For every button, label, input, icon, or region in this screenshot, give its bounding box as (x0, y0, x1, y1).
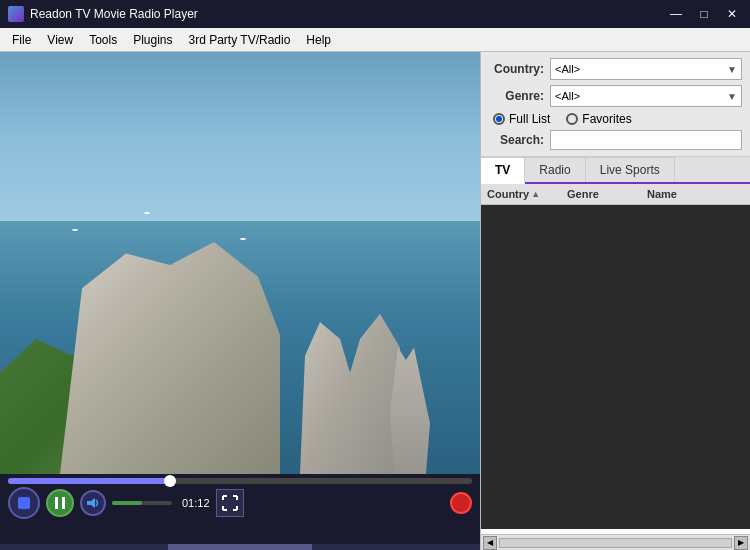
volume-track[interactable] (112, 501, 172, 505)
country-select-value: <All> (555, 63, 580, 75)
progress-area (8, 478, 472, 484)
scroll-right-arrow[interactable]: ▶ (734, 536, 748, 550)
fullscreen-button[interactable] (216, 489, 244, 517)
full-list-radio[interactable] (493, 113, 505, 125)
app-icon (8, 6, 24, 22)
pause-button[interactable] (46, 489, 74, 517)
maximize-button[interactable]: □ (694, 6, 714, 22)
genre-select-value: <All> (555, 90, 580, 102)
volume-button[interactable] (80, 490, 106, 516)
right-horizontal-scrollbar: ◀ ▶ (481, 534, 750, 550)
menu-plugins[interactable]: Plugins (125, 31, 180, 49)
genre-select[interactable]: <All> ▼ (550, 85, 742, 107)
country-label: Country: (489, 62, 544, 76)
column-country[interactable]: Country ▲ (487, 188, 567, 200)
favorites-option[interactable]: Favorites (566, 112, 631, 126)
search-input[interactable] (550, 130, 742, 150)
right-panel: Country: <All> ▼ Genre: <All> ▼ Full Lis… (480, 52, 750, 550)
genre-filter-row: Genre: <All> ▼ (489, 85, 742, 107)
menu-bar: File View Tools Plugins 3rd Party TV/Rad… (0, 28, 750, 52)
scroll-left-arrow[interactable]: ◀ (483, 536, 497, 550)
svg-rect-1 (62, 497, 65, 509)
table-body (481, 205, 750, 529)
menu-view[interactable]: View (39, 31, 81, 49)
controls-bar: 01:12 (0, 474, 480, 544)
country-select[interactable]: <All> ▼ (550, 58, 742, 80)
tab-radio[interactable]: Radio (525, 157, 585, 182)
volume-fill (112, 501, 142, 505)
genre-label: Genre: (489, 89, 544, 103)
pause-icon (54, 496, 66, 510)
channel-table: Country ▲ Genre Name (481, 184, 750, 534)
menu-help[interactable]: Help (298, 31, 339, 49)
genre-dropdown-arrow: ▼ (727, 91, 737, 102)
country-sort-arrow: ▲ (531, 189, 540, 199)
controls-row: 01:12 (8, 487, 472, 519)
progress-track[interactable] (8, 478, 472, 484)
column-name[interactable]: Name (647, 188, 744, 200)
favorites-radio[interactable] (566, 113, 578, 125)
title-bar: Readon TV Movie Radio Player — □ ✕ (0, 0, 750, 28)
video-area[interactable] (0, 52, 480, 474)
full-list-label: Full List (509, 112, 550, 126)
search-row: Search: (489, 130, 742, 150)
filter-section: Country: <All> ▼ Genre: <All> ▼ Full Lis… (481, 52, 750, 157)
favorites-label: Favorites (582, 112, 631, 126)
horizontal-scrollbar-track[interactable] (499, 538, 732, 548)
search-label: Search: (489, 133, 544, 147)
volume-icon (86, 497, 100, 509)
minimize-button[interactable]: — (666, 6, 686, 22)
column-genre[interactable]: Genre (567, 188, 647, 200)
title-text: Readon TV Movie Radio Player (30, 7, 198, 21)
menu-file[interactable]: File (4, 31, 39, 49)
video-scene (0, 52, 480, 474)
tabs-row: TV Radio Live Sports (481, 157, 750, 184)
menu-tools[interactable]: Tools (81, 31, 125, 49)
tab-tv[interactable]: TV (481, 157, 525, 184)
record-button[interactable] (450, 492, 472, 514)
main-content: 01:12 Country: <All> ▼ (0, 52, 750, 550)
tab-live-sports[interactable]: Live Sports (586, 157, 675, 182)
title-bar-controls: — □ ✕ (666, 6, 742, 22)
left-panel: 01:12 (0, 52, 480, 550)
menu-3rd-party[interactable]: 3rd Party TV/Radio (181, 31, 299, 49)
country-filter-row: Country: <All> ▼ (489, 58, 742, 80)
progress-thumb (164, 475, 176, 487)
svg-marker-2 (87, 498, 95, 508)
svg-rect-0 (55, 497, 58, 509)
time-display: 01:12 (182, 497, 210, 509)
boat-3 (240, 238, 246, 240)
close-button[interactable]: ✕ (722, 6, 742, 22)
stop-button[interactable] (8, 487, 40, 519)
stop-icon (18, 497, 30, 509)
video-bottom-scroll (0, 544, 480, 550)
title-bar-left: Readon TV Movie Radio Player (8, 6, 198, 22)
table-header: Country ▲ Genre Name (481, 184, 750, 205)
progress-fill (8, 478, 170, 484)
video-scroll-thumb (168, 544, 312, 550)
fullscreen-icon (222, 495, 238, 511)
country-dropdown-arrow: ▼ (727, 64, 737, 75)
full-list-option[interactable]: Full List (493, 112, 550, 126)
list-type-row: Full List Favorites (489, 112, 742, 126)
